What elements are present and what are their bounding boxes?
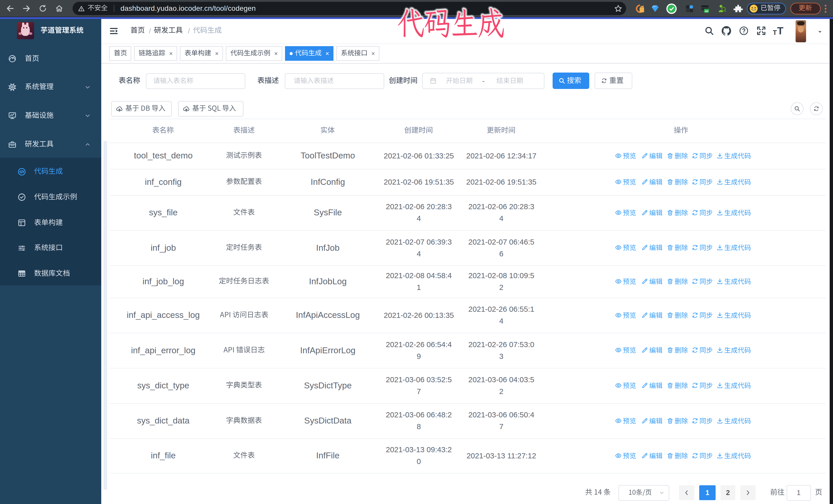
svg-text:on: on — [705, 9, 708, 13]
